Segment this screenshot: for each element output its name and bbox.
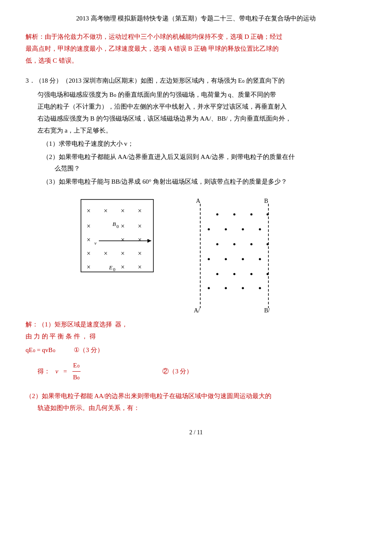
- svg-text:×: ×: [86, 236, 90, 243]
- svg-text:A: A: [196, 198, 201, 204]
- formula2-label: ②（3 分）: [162, 366, 193, 378]
- formula1-text: qE₀ = qvB₀: [26, 347, 55, 353]
- problem-3-title: 3．（18 分）（2013 深圳市南山区期末）如图，左边矩形区域内，有场强为 E…: [26, 75, 366, 87]
- sub-question-3: （3）如果带电粒子能与 BB/边界成 60° 角射出磁场区域，则该带点粒子的质量…: [43, 176, 366, 188]
- svg-text:B/: B/: [264, 307, 270, 314]
- solution-line2: 由 力 的 平 衡 条 件 ， 得: [26, 331, 170, 343]
- svg-point-37: [233, 243, 236, 246]
- svg-point-34: [242, 228, 244, 231]
- svg-point-48: [208, 287, 210, 289]
- svg-point-32: [208, 228, 210, 231]
- header-title: 2013 高考物理 模拟新题特快专递（第五期）专题二十三、带电粒子在复合场中的运…: [76, 15, 316, 22]
- svg-text:0: 0: [116, 224, 119, 229]
- svg-text:0: 0: [113, 267, 115, 272]
- svg-text:×: ×: [138, 222, 141, 230]
- right-field-svg: A B: [175, 195, 277, 315]
- svg-text:B: B: [112, 221, 116, 227]
- problem-3: 3．（18 分）（2013 深圳市南山区期末）如图，左边矩形区域内，有场强为 E…: [26, 75, 366, 188]
- svg-point-49: [225, 287, 227, 289]
- formula2-prefix: 得：: [37, 366, 50, 378]
- svg-point-41: [225, 258, 227, 260]
- svg-point-40: [208, 258, 210, 260]
- red-intro-line3: 低，选项 C 错误。: [26, 57, 78, 64]
- solution-area: 解：（1）矩形区域是速度选择 器， 由 力 的 平 衡 条 件 ， 得 qE₀ …: [26, 319, 366, 414]
- svg-text:×: ×: [86, 222, 90, 230]
- solution-part2: （2）如果带电粒子都能 AA/的边界出来则带电粒子在磁场区域中做匀速圆周运动最大…: [26, 390, 366, 414]
- svg-text:×: ×: [121, 250, 124, 257]
- svg-point-31: [267, 214, 269, 216]
- formula1-label: ①（3 分）: [74, 347, 103, 353]
- svg-point-50: [242, 287, 244, 289]
- svg-text:×: ×: [121, 236, 124, 243]
- svg-point-36: [216, 243, 219, 246]
- svg-text:×: ×: [121, 263, 124, 271]
- diagram-area: × × × × × B 0 × × × v × × × × × × × E: [26, 195, 366, 315]
- formula2-fraction: E₀ B₀: [72, 360, 81, 384]
- svg-text:×: ×: [86, 263, 90, 271]
- solution-line1: 解：（1）矩形区域是速度选择 器，: [26, 319, 170, 331]
- sub-question-2: （2）如果带电粒子都能从 AA/边界垂直进入后又返回到 AA/边界，则带电粒子的…: [43, 151, 366, 174]
- solution-part2-line1: （2）如果带电粒子都能 AA/的边界出来则带电粒子在磁场区域中做匀速圆周运动最大…: [26, 390, 366, 402]
- svg-point-42: [242, 258, 244, 260]
- svg-point-43: [259, 258, 261, 260]
- svg-point-28: [216, 214, 219, 216]
- svg-point-45: [233, 273, 236, 275]
- problem-3-body: 匀强电场和磁感应强度为 B₀ 的垂直纸面向里的匀强磁场，电荷量为 q、质量不同的…: [37, 89, 366, 136]
- svg-point-51: [259, 287, 261, 289]
- svg-text:×: ×: [138, 250, 141, 257]
- svg-text:v: v: [95, 240, 97, 246]
- svg-text:×: ×: [86, 207, 90, 214]
- svg-rect-0: [81, 199, 153, 272]
- svg-point-29: [233, 214, 236, 216]
- svg-text:A/: A/: [194, 307, 200, 314]
- svg-text:×: ×: [138, 236, 141, 243]
- svg-text:×: ×: [104, 250, 107, 257]
- formula2-line: 得： v = E₀ B₀ ②（3 分）: [37, 360, 366, 384]
- red-intro: 解析：由于洛伦兹力不做功，运动过程中三个小球的机械能均保持不变，选项 D 正确；…: [26, 31, 366, 66]
- red-intro-line1: 解析：由于洛伦兹力不做功，运动过程中三个小球的机械能均保持不变，选项 D 正确；…: [26, 33, 282, 40]
- left-field-diagram: × × × × × B 0 × × × v × × × × × × × E: [77, 195, 162, 280]
- svg-point-35: [259, 228, 261, 231]
- svg-point-33: [225, 228, 227, 231]
- svg-point-44: [216, 273, 219, 275]
- page-number: 2 / 11: [189, 429, 202, 436]
- sub-question-1: （1）求带电粒子速度的大小 v；: [43, 138, 366, 150]
- page-footer: 2 / 11: [26, 427, 366, 438]
- svg-text:×: ×: [138, 207, 141, 214]
- svg-text:B: B: [264, 198, 268, 204]
- svg-point-38: [251, 243, 253, 246]
- svg-point-39: [267, 243, 269, 246]
- svg-text:×: ×: [138, 263, 141, 271]
- svg-text:×: ×: [86, 250, 90, 257]
- solution-part2-line2: 轨迹如图中所示。由几何关系，有：: [37, 402, 366, 414]
- solution-part1: 解：（1）矩形区域是速度选择 器， 由 力 的 平 衡 条 件 ， 得 qE₀ …: [26, 319, 366, 356]
- page-header: 2013 高考物理 模拟新题特快专递（第五期）专题二十三、带电粒子在复合场中的运…: [26, 13, 366, 24]
- right-field-diagram: A B: [175, 195, 277, 315]
- svg-text:×: ×: [104, 207, 107, 214]
- svg-text:E: E: [109, 264, 112, 271]
- formula1-line: qE₀ = qvB₀ ①（3 分）: [26, 344, 170, 356]
- svg-text:×: ×: [121, 222, 124, 230]
- red-intro-line2: 最高点时，甲球的速度最小，乙球速度最大，选项 A 错误 B 正确 甲球的释放位置…: [26, 45, 279, 52]
- svg-point-46: [251, 273, 253, 275]
- left-field-svg: × × × × × B 0 × × × v × × × × × × × E: [77, 195, 162, 280]
- svg-point-47: [267, 273, 269, 275]
- solution-text-col: 解：（1）矩形区域是速度选择 器， 由 力 的 平 衡 条 件 ， 得 qE₀ …: [26, 319, 170, 356]
- svg-text:×: ×: [121, 207, 124, 214]
- svg-point-30: [251, 214, 253, 216]
